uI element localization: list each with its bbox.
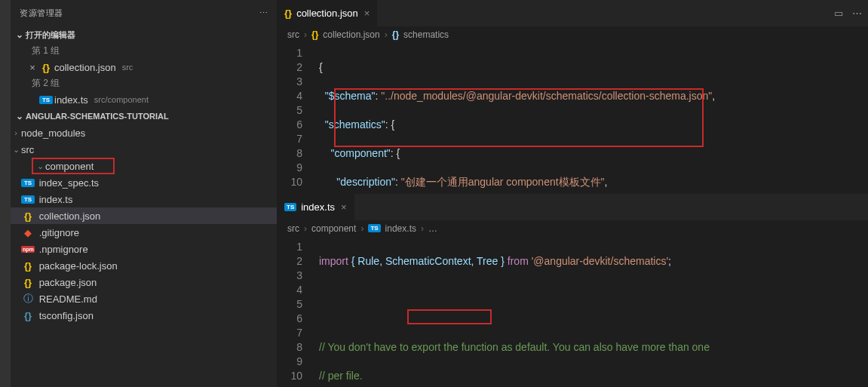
tree-label: collection.json — [39, 210, 101, 222]
breadcrumb-2[interactable]: src› component› TSindex.ts›… — [277, 220, 868, 237]
crumb[interactable]: … — [428, 223, 437, 234]
file-tree: ›node_modules ⌄src ⌄component TS index_s… — [11, 124, 277, 324]
code-editor-1[interactable]: 12345678910 { "$schema": "../node_module… — [277, 43, 868, 193]
npm-icon: npm — [21, 246, 35, 253]
tree-label: package.json — [39, 277, 97, 288]
editor-pane-2: TS index.ts × src› component› TSindex.ts… — [277, 194, 868, 388]
sidebar-title-text: 资源管理器 — [20, 8, 63, 19]
tree-index[interactable]: TS index.ts — [11, 191, 277, 207]
tree-component[interactable]: ⌄component — [32, 158, 115, 174]
highlight-box — [334, 88, 704, 147]
code-lines[interactable]: import { Rule, SchematicContext, Tree } … — [313, 237, 868, 387]
file-label: index.ts — [54, 94, 88, 106]
open-editor-index[interactable]: TS index.ts src/component — [11, 91, 277, 108]
line-gutter: 12345678910 — [277, 237, 313, 387]
tab-collection[interactable]: {} collection.json × — [277, 0, 378, 26]
tree-index-spec[interactable]: TS index_spec.ts — [11, 174, 277, 191]
tree-label: src — [21, 144, 34, 155]
json-icon: {} — [21, 210, 35, 222]
json-icon: {} — [311, 29, 318, 40]
ts-icon: TS — [39, 96, 53, 104]
tree-label: tsconfig.json — [39, 310, 94, 321]
tab-index[interactable]: TS index.ts × — [277, 194, 355, 220]
chevron-down-icon: ⌄ — [35, 161, 45, 171]
close-icon[interactable]: × — [364, 8, 370, 19]
close-icon[interactable]: × — [26, 62, 39, 73]
sidebar: 资源管理器 ⋯ ⌄ 打开的编辑器 第 1 组 × {} collection.j… — [11, 0, 277, 387]
json-icon: {} — [21, 310, 35, 321]
tree-label: index.ts — [39, 194, 73, 205]
chevron-down-icon: ⌄ — [11, 145, 21, 155]
tab-label: index.ts — [301, 201, 335, 213]
open-editors-header[interactable]: ⌄ 打开的编辑器 — [11, 26, 277, 43]
chevron-down-icon: ⌄ — [14, 29, 26, 40]
open-editor-collection[interactable]: × {} collection.json src — [11, 59, 277, 75]
file-label: collection.json — [54, 62, 116, 73]
activity-bar — [0, 0, 11, 387]
tree-label: .gitignore — [39, 227, 79, 238]
open-editors-label: 打开的编辑器 — [26, 29, 75, 41]
json-icon: {} — [284, 8, 292, 19]
tab-label: collection.json — [296, 8, 358, 19]
json-icon: {} — [39, 62, 53, 73]
code-editor-2[interactable]: 12345678910 import { Rule, SchematicCont… — [277, 237, 868, 387]
code-lines[interactable]: { "$schema": "../node_modules/@angular-d… — [313, 43, 868, 193]
more-icon[interactable]: ⋯ — [259, 8, 268, 18]
pane1-actions: ▭ ⋯ — [828, 0, 868, 26]
tree-collection[interactable]: {} collection.json — [11, 207, 277, 224]
crumb[interactable]: collection.json — [323, 29, 379, 40]
tree-tsconfig[interactable]: {} tsconfig.json — [11, 307, 277, 324]
tree-node-modules[interactable]: ›node_modules — [11, 124, 277, 141]
info-icon: ⓘ — [21, 292, 35, 306]
tree-pkg[interactable]: {} package.json — [11, 274, 277, 290]
group1-label: 第 1 组 — [11, 43, 277, 59]
tree-label: .npmignore — [39, 244, 88, 255]
chevron-right-icon: › — [11, 128, 21, 137]
sidebar-title: 资源管理器 ⋯ — [11, 0, 277, 26]
project-header[interactable]: ⌄ ANGULAR-SCHEMATICS-TUTORIAL — [11, 108, 277, 124]
tree-label: component — [45, 161, 94, 172]
crumb[interactable]: src — [287, 223, 299, 234]
git-icon: ◆ — [21, 227, 35, 238]
editor-pane-1: {} collection.json × ▭ ⋯ src› {}collecti… — [277, 0, 868, 194]
json-icon: {} — [21, 260, 35, 272]
ts-icon: TS — [368, 224, 380, 232]
ts-icon: TS — [284, 203, 296, 211]
chevron-down-icon: ⌄ — [14, 111, 26, 121]
tree-label: node_modules — [21, 127, 85, 139]
crumb[interactable]: src — [287, 29, 299, 40]
crumb[interactable]: component — [311, 223, 356, 234]
highlight-box — [407, 309, 492, 324]
json-icon: {} — [21, 277, 35, 288]
project-label: ANGULAR-SCHEMATICS-TUTORIAL — [26, 112, 169, 121]
tree-npmignore[interactable]: npm .npmignore — [11, 241, 277, 257]
file-meta: src/component — [94, 95, 149, 104]
tree-gitignore[interactable]: ◆ .gitignore — [11, 224, 277, 241]
crumb[interactable]: index.ts — [385, 223, 416, 234]
tab-bar-2: TS index.ts × — [277, 194, 868, 220]
tree-pkglock[interactable]: {} package-lock.json — [11, 257, 277, 274]
tree-src[interactable]: ⌄src — [11, 141, 277, 158]
group2-label: 第 2 组 — [11, 75, 277, 91]
tree-readme[interactable]: ⓘ README.md — [11, 290, 277, 307]
file-meta: src — [122, 63, 133, 72]
breadcrumb-1[interactable]: src› {}collection.json› {}schematics — [277, 26, 868, 43]
close-icon[interactable]: × — [341, 201, 347, 213]
more-icon[interactable]: ⋯ — [852, 8, 862, 19]
tree-label: index_spec.ts — [39, 177, 100, 189]
editor-area: {} collection.json × ▭ ⋯ src› {}collecti… — [277, 0, 868, 387]
tree-label: README.md — [39, 293, 97, 305]
tab-bar-1: {} collection.json × ▭ ⋯ — [277, 0, 868, 26]
tree-label: package-lock.json — [39, 260, 118, 272]
object-icon: {} — [392, 29, 399, 40]
ts-icon: TS — [21, 179, 35, 187]
crumb[interactable]: schematics — [403, 29, 449, 40]
ts-icon: TS — [21, 195, 35, 204]
line-gutter: 12345678910 — [277, 43, 313, 193]
split-icon[interactable]: ▭ — [834, 8, 843, 19]
